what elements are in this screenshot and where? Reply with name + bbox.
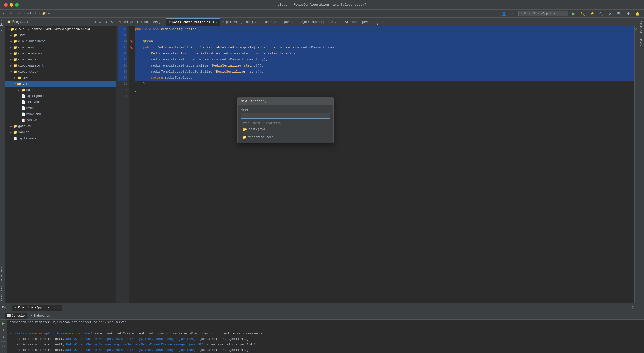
database-vert-label[interactable]: Database [640, 19, 642, 35]
structure-vert-label[interactable]: Structure [0, 265, 5, 284]
run-app-tab[interactable]: ● CloudStockApplication ✕ [12, 305, 62, 311]
link-acquirechannel[interactable]: NettyClientChannelManager.acquireChannel… [66, 343, 205, 346]
mvnw-label: mvnw [26, 106, 34, 110]
tree-help-md[interactable]: ▶ 📄 HELP.md [5, 99, 116, 105]
tree-mvn[interactable]: ▶ 📁 .mvn [5, 32, 116, 38]
use-editor-font-btn[interactable]: A [1, 350, 6, 353]
pomxml-icon: 📋 [21, 118, 25, 122]
run-config-selector[interactable]: ☕ CloudStockApplication ▾ [518, 11, 568, 16]
console-output[interactable]: cause:can not register RM,err:can not co… [7, 320, 644, 353]
code-line-15: public RedisTemplate<String, Serializabl… [135, 45, 635, 51]
tree-cloud-passport[interactable]: ▶ 📁 cloud-passport [5, 63, 116, 69]
tree-main[interactable]: ▶ 📁 main [5, 87, 116, 93]
redis-tab-close[interactable]: ✕ [216, 21, 217, 24]
console-tab[interactable]: ⬜ Console [5, 313, 27, 319]
framework-exc-link[interactable]: io.seata.common.exception.FrameworkExcep… [10, 331, 90, 336]
tab-quartz-job[interactable]: C QuartzJob.java ✕ [259, 18, 296, 26]
pom-tab-close[interactable]: ✕ [162, 21, 164, 24]
run-btn[interactable]: ▶ [570, 10, 577, 17]
tree-stock-mvn[interactable]: ▶ 📁 .mvn [5, 75, 116, 81]
search-everywhere-btn[interactable]: 🔍 [616, 10, 623, 17]
code-line-22: } [135, 87, 635, 93]
src-arrow: ▼ [13, 83, 17, 85]
tree-cloud-order[interactable]: ▶ 📁 cloud-order [5, 57, 116, 63]
run-again-btn[interactable]: ▶ [1, 321, 6, 326]
main-arrow: ▶ [17, 89, 21, 92]
breadcrumb-src[interactable]: src [47, 12, 53, 15]
build-btn[interactable]: 🔨 [597, 10, 605, 17]
favorites-vert-label[interactable]: Favorites [0, 284, 5, 303]
maximize-btn[interactable] [15, 3, 19, 7]
breadcrumb-cloud[interactable]: cloud [3, 12, 12, 15]
ln-22: 22 [118, 87, 127, 93]
dialog-name-label: Name [241, 108, 330, 112]
tree-src[interactable]: ▼ 📂 src [5, 81, 116, 87]
tree-root-gitignore[interactable]: ▶ 📄 .gitignore [5, 136, 116, 142]
debug-btn[interactable]: 🐛 [579, 10, 586, 17]
tab-redis-config[interactable]: C RedisConfiguration.java ✕ [166, 18, 220, 26]
test-resources-icon: 📁 [242, 135, 247, 139]
close-sidebar-btn[interactable]: ✕ [109, 19, 114, 24]
maven-vert-label[interactable]: Maven [640, 36, 642, 48]
link-docconnect[interactable]: NettyClientChannelManager.doConnect(Nett… [66, 337, 195, 341]
minimize-btn[interactable] [10, 3, 13, 7]
locate-file-btn[interactable]: ⊕ [92, 19, 97, 24]
endpoints-tab[interactable]: ⚡ Endpoints [28, 313, 52, 319]
tree-pom-xml[interactable]: ▶ 📋 pom.xml [5, 117, 116, 123]
dialog-name-input[interactable] [241, 113, 330, 119]
create-bp-1[interactable]: Create breakpoint [91, 331, 122, 336]
tab-stock-job[interactable]: C StockJob.java ✕ [339, 18, 374, 26]
run-close-btn[interactable]: — [637, 305, 642, 310]
pom2-tab-close[interactable]: ✕ [255, 21, 256, 24]
tree-cloud-bussiness[interactable]: ▶ 📁 cloud-bussiness [5, 38, 116, 45]
tabs-more[interactable]: ▾ [374, 22, 380, 26]
code-editor[interactable]: 🔖 🔖 12 13 14 15 16 17 18 19 20 21 22 23 [116, 26, 638, 303]
ln-16: 16 [118, 51, 127, 57]
tree-cloud-cart[interactable]: ▶ 📁 cloud-cart [5, 45, 116, 51]
show-options-btn[interactable]: ⚙ [103, 19, 108, 24]
update-btn[interactable]: ⟳ [607, 10, 614, 17]
nav-back-btn[interactable]: ← [509, 10, 516, 17]
create-bp-2[interactable]: Create breakpoint [123, 331, 154, 336]
tree-mvnw-cmd[interactable]: ▶ 📄 mvnw.cmd [5, 111, 116, 117]
project-vert-label[interactable]: Project [0, 18, 5, 33]
run-settings-btn[interactable]: ⚙ [631, 305, 636, 310]
close-btn[interactable] [4, 3, 8, 7]
link-reconnect[interactable]: NettyClientChannelManager.reconnect(Nett… [66, 348, 195, 352]
editor-area: M pom.xml (cloud-stock) ✕ C RedisConfigu… [116, 18, 638, 303]
tab-quartz-config[interactable]: C QuartzConfig.java ✕ [296, 18, 339, 26]
tree-mvnw[interactable]: ▶ 📄 mvnw [5, 105, 116, 111]
tab-pom-cloud[interactable]: M pom.xml (cloud) ✕ [220, 18, 259, 26]
project-dropdown[interactable]: ▾ [27, 20, 28, 24]
tree-search[interactable]: ▶ 📁 search [5, 129, 116, 136]
ln-13: 13 [118, 32, 127, 38]
tree-gitignore[interactable]: ▶ 📄 .gitignore [5, 93, 116, 99]
sjob-tab-close[interactable]: ✕ [370, 21, 372, 24]
tree-cloud-commons[interactable]: ▶ 📁 cloud-commons [5, 51, 116, 57]
editor-scrollbar[interactable]: ✓ [634, 26, 638, 303]
tree-root[interactable]: ▼ 📁 cloud ~/Desktop/JAVA/JavaBlogRecord/… [5, 26, 116, 32]
passport-label: cloud-passport [18, 64, 44, 68]
tree-cloud-stock[interactable]: ▼ 📁 cloud-stock [5, 69, 116, 75]
bussiness-icon: 📁 [13, 39, 17, 43]
qjob-tab-close[interactable]: ✕ [292, 21, 294, 24]
scroll-down-btn[interactable]: ↓ [1, 334, 6, 339]
console-icon: ⬜ [7, 314, 11, 318]
qcfg-tab-close[interactable]: ✕ [335, 21, 336, 24]
add-to-favorites-btn[interactable]: 👤 [500, 10, 507, 17]
code-line-19: redisTemplate.setValueSerializer(RedisSe… [135, 69, 635, 75]
run-with-coverage-btn[interactable]: ⚡ [588, 10, 595, 17]
settings-btn[interactable]: ⚙ [625, 10, 632, 17]
breadcrumb-cloud-stock[interactable]: cloud-stock [17, 12, 37, 15]
soft-wrap-btn[interactable]: ⏎ [1, 344, 6, 349]
tab-pom-cloud-stock[interactable]: M pom.xml (cloud-stock) ✕ [116, 18, 166, 26]
notifications-btn[interactable]: 🔔 [634, 10, 641, 17]
tree-gateway[interactable]: ▶ 📁 gateway [5, 123, 116, 129]
ln-18: 18 [118, 63, 127, 69]
collapse-all-btn[interactable]: ≡ [98, 19, 102, 24]
dialog-option-test-java[interactable]: 📂 test/java [241, 126, 330, 133]
run-tab-close-btn[interactable]: ✕ [58, 306, 60, 309]
scroll-up-btn[interactable]: ↑ [1, 327, 6, 333]
dialog-option-test-resources[interactable]: 📁 test/resources [241, 134, 330, 140]
file-tree: 📁 Project ▾ ⊕ ≡ ⚙ ✕ ▼ 📁 cloud ~/Desktop/… [5, 18, 116, 303]
